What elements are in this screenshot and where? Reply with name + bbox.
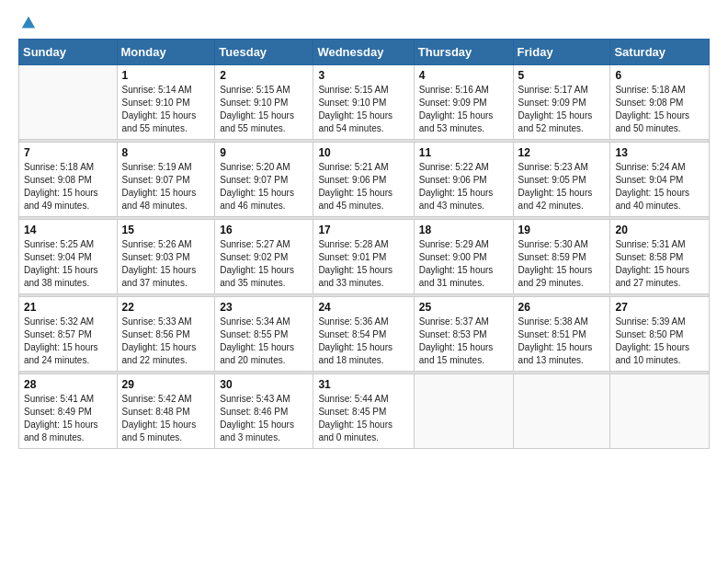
calendar-cell: 28Sunrise: 5:41 AM Sunset: 8:49 PM Dayli… [19,374,118,449]
day-number: 11 [419,146,508,159]
calendar-week-row: 1Sunrise: 5:14 AM Sunset: 9:10 PM Daylig… [19,65,710,140]
day-number: 17 [318,224,408,236]
day-info: Sunrise: 5:19 AM Sunset: 9:07 PM Dayligh… [122,161,210,213]
logo [18,15,37,31]
calendar-cell: 11Sunrise: 5:22 AM Sunset: 9:06 PM Dayli… [414,143,513,217]
calendar-cell: 3Sunrise: 5:15 AM Sunset: 9:10 PM Daylig… [313,65,414,140]
calendar-cell: 27Sunrise: 5:39 AM Sunset: 8:50 PM Dayli… [610,297,710,372]
day-info: Sunrise: 5:34 AM Sunset: 8:55 PM Dayligh… [220,316,308,367]
calendar-cell: 2Sunrise: 5:15 AM Sunset: 9:10 PM Daylig… [215,65,313,140]
calendar-cell: 6Sunrise: 5:18 AM Sunset: 9:08 PM Daylig… [610,65,710,140]
day-number: 7 [24,146,112,159]
calendar-cell: 9Sunrise: 5:20 AM Sunset: 9:07 PM Daylig… [215,143,313,217]
header-monday: Monday [117,40,215,65]
day-info: Sunrise: 5:27 AM Sunset: 9:02 PM Dayligh… [220,238,308,290]
day-info: Sunrise: 5:43 AM Sunset: 8:46 PM Dayligh… [220,393,308,444]
page: SundayMondayTuesdayWednesdayThursdayFrid… [0,0,728,464]
day-number: 12 [518,146,606,159]
calendar-cell: 13Sunrise: 5:24 AM Sunset: 9:04 PM Dayli… [610,143,710,217]
calendar-cell [610,374,710,449]
calendar-cell: 16Sunrise: 5:27 AM Sunset: 9:02 PM Dayli… [215,220,313,294]
calendar-cell: 21Sunrise: 5:32 AM Sunset: 8:57 PM Dayli… [19,297,118,372]
day-info: Sunrise: 5:22 AM Sunset: 9:06 PM Dayligh… [419,161,508,213]
day-info: Sunrise: 5:15 AM Sunset: 9:10 PM Dayligh… [220,84,308,135]
day-info: Sunrise: 5:25 AM Sunset: 9:04 PM Dayligh… [24,238,112,290]
day-info: Sunrise: 5:33 AM Sunset: 8:56 PM Dayligh… [122,316,210,367]
calendar-week-row: 21Sunrise: 5:32 AM Sunset: 8:57 PM Dayli… [19,297,710,372]
day-number: 5 [518,69,606,82]
calendar-cell: 4Sunrise: 5:16 AM Sunset: 9:09 PM Daylig… [414,65,513,140]
calendar-cell: 19Sunrise: 5:30 AM Sunset: 8:59 PM Dayli… [513,220,610,294]
day-number: 9 [220,146,308,159]
day-number: 19 [518,224,606,236]
calendar-week-row: 7Sunrise: 5:18 AM Sunset: 9:08 PM Daylig… [19,143,710,217]
calendar-header-row: SundayMondayTuesdayWednesdayThursdayFrid… [19,40,710,65]
day-number: 14 [24,224,112,236]
day-number: 30 [220,378,308,391]
svg-marker-0 [22,17,35,29]
day-number: 3 [318,69,408,82]
calendar-cell: 22Sunrise: 5:33 AM Sunset: 8:56 PM Dayli… [117,297,215,372]
header-saturday: Saturday [610,40,710,65]
calendar-cell: 26Sunrise: 5:38 AM Sunset: 8:51 PM Dayli… [513,297,610,372]
calendar-cell: 25Sunrise: 5:37 AM Sunset: 8:53 PM Dayli… [414,297,513,372]
day-number: 31 [318,378,408,391]
calendar-cell: 29Sunrise: 5:42 AM Sunset: 8:48 PM Dayli… [117,374,215,449]
calendar-cell [19,65,118,140]
day-info: Sunrise: 5:20 AM Sunset: 9:07 PM Dayligh… [220,161,308,213]
day-number: 22 [122,301,210,314]
day-number: 18 [419,224,508,236]
calendar-cell: 23Sunrise: 5:34 AM Sunset: 8:55 PM Dayli… [215,297,313,372]
day-number: 20 [615,224,704,236]
calendar-cell: 7Sunrise: 5:18 AM Sunset: 9:08 PM Daylig… [19,143,118,217]
day-info: Sunrise: 5:42 AM Sunset: 8:48 PM Dayligh… [122,393,210,444]
calendar-cell: 30Sunrise: 5:43 AM Sunset: 8:46 PM Dayli… [215,374,313,449]
day-info: Sunrise: 5:36 AM Sunset: 8:54 PM Dayligh… [318,316,408,367]
calendar-cell [414,374,513,449]
day-info: Sunrise: 5:38 AM Sunset: 8:51 PM Dayligh… [518,316,606,367]
calendar-cell: 8Sunrise: 5:19 AM Sunset: 9:07 PM Daylig… [117,143,215,217]
header-thursday: Thursday [414,40,513,65]
day-info: Sunrise: 5:18 AM Sunset: 9:08 PM Dayligh… [24,161,112,213]
day-number: 29 [122,378,210,391]
day-info: Sunrise: 5:44 AM Sunset: 8:45 PM Dayligh… [318,393,408,444]
day-number: 25 [419,301,508,314]
day-info: Sunrise: 5:15 AM Sunset: 9:10 PM Dayligh… [318,84,408,135]
day-number: 16 [220,224,308,236]
header [18,15,710,31]
day-number: 8 [122,146,210,159]
day-info: Sunrise: 5:21 AM Sunset: 9:06 PM Dayligh… [318,161,408,213]
day-number: 13 [615,146,704,159]
day-number: 2 [220,69,308,82]
calendar-cell: 20Sunrise: 5:31 AM Sunset: 8:58 PM Dayli… [610,220,710,294]
calendar-cell [513,374,610,449]
calendar-cell: 10Sunrise: 5:21 AM Sunset: 9:06 PM Dayli… [313,143,414,217]
header-wednesday: Wednesday [313,40,414,65]
day-info: Sunrise: 5:26 AM Sunset: 9:03 PM Dayligh… [122,238,210,290]
day-info: Sunrise: 5:31 AM Sunset: 8:58 PM Dayligh… [615,238,704,290]
day-info: Sunrise: 5:24 AM Sunset: 9:04 PM Dayligh… [615,161,704,213]
calendar-cell: 5Sunrise: 5:17 AM Sunset: 9:09 PM Daylig… [513,65,610,140]
day-info: Sunrise: 5:41 AM Sunset: 8:49 PM Dayligh… [24,393,112,444]
day-info: Sunrise: 5:32 AM Sunset: 8:57 PM Dayligh… [24,316,112,367]
calendar-table: SundayMondayTuesdayWednesdayThursdayFrid… [18,39,710,449]
day-number: 27 [615,301,704,314]
calendar-cell: 12Sunrise: 5:23 AM Sunset: 9:05 PM Dayli… [513,143,610,217]
day-number: 1 [122,69,210,82]
calendar-cell: 17Sunrise: 5:28 AM Sunset: 9:01 PM Dayli… [313,220,414,294]
calendar-cell: 14Sunrise: 5:25 AM Sunset: 9:04 PM Dayli… [19,220,118,294]
day-number: 15 [122,224,210,236]
day-number: 10 [318,146,408,159]
calendar-week-row: 28Sunrise: 5:41 AM Sunset: 8:49 PM Dayli… [19,374,710,449]
day-number: 23 [220,301,308,314]
header-sunday: Sunday [19,40,118,65]
day-info: Sunrise: 5:28 AM Sunset: 9:01 PM Dayligh… [318,238,408,290]
calendar-week-row: 14Sunrise: 5:25 AM Sunset: 9:04 PM Dayli… [19,220,710,294]
day-number: 6 [615,69,704,82]
logo-icon [20,15,37,31]
calendar-cell: 1Sunrise: 5:14 AM Sunset: 9:10 PM Daylig… [117,65,215,140]
calendar-cell: 15Sunrise: 5:26 AM Sunset: 9:03 PM Dayli… [117,220,215,294]
day-info: Sunrise: 5:23 AM Sunset: 9:05 PM Dayligh… [518,161,606,213]
day-info: Sunrise: 5:29 AM Sunset: 9:00 PM Dayligh… [419,238,508,290]
calendar-cell: 31Sunrise: 5:44 AM Sunset: 8:45 PM Dayli… [313,374,414,449]
